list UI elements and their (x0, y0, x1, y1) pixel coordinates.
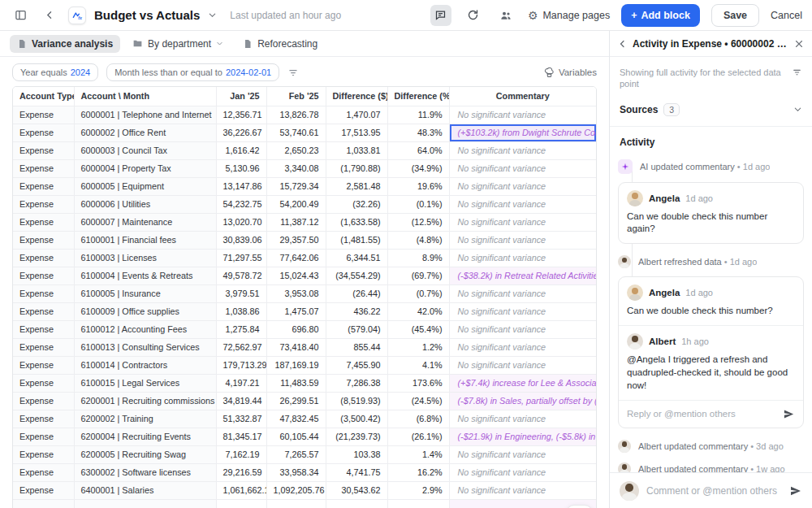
table-cell[interactable]: 696.80 (266, 320, 326, 338)
commentary-cell[interactable]: No significant variance (449, 445, 596, 463)
table-cell[interactable]: 6,344.51 (326, 249, 387, 267)
table-cell[interactable]: 6300002 | Software licenses (74, 463, 216, 481)
table-cell[interactable]: 6100012 | Accounting Fees (74, 320, 216, 338)
col-jan[interactable]: Jan '25 (216, 87, 266, 106)
table-cell[interactable] (13, 499, 74, 508)
table-cell[interactable]: 6100015 | Legal Services (74, 374, 216, 392)
table-cell[interactable]: 5,130.96 (216, 159, 266, 177)
table-cell[interactable]: 103.38 (326, 445, 387, 463)
table-cell[interactable]: 6200005 | Recruiting Swag (74, 445, 216, 463)
commentary-cell[interactable]: No significant variance (449, 231, 596, 249)
table-cell[interactable]: Expense (13, 428, 74, 445)
table-cell[interactable]: 1,061,662.14 (216, 481, 266, 499)
cancel-button[interactable]: Cancel (771, 10, 802, 21)
table-cell[interactable]: (34.9%) (387, 159, 449, 177)
commentary-cell[interactable]: (+$103.2k) from Dwight Schrute Commiss (449, 124, 596, 141)
table-cell[interactable]: 6100013 | Consulting Services (74, 338, 216, 356)
comment-send-button[interactable] (789, 484, 802, 497)
table-cell[interactable]: 48.3% (387, 124, 449, 141)
commentary-cell[interactable]: No significant variance (449, 320, 596, 338)
commentary-cell[interactable]: (-$21.9k) in Engineering, (-$5.8k) in Ma… (449, 428, 596, 445)
table-cell[interactable]: (8,519.93) (326, 392, 387, 410)
col-diff-pct[interactable]: Difference (%) (387, 87, 449, 106)
commentary-cell[interactable]: No significant variance (449, 356, 596, 374)
table-cell[interactable]: 1,092,205.76 (266, 481, 326, 499)
table-cell[interactable]: Expense (13, 356, 74, 374)
table-cell[interactable]: 187,169.19 (266, 356, 326, 374)
table-cell[interactable]: 29,357.50 (266, 231, 326, 249)
table-cell[interactable]: 6200004 | Recruiting Events (74, 428, 216, 445)
table-cell[interactable]: 49,578.72 (216, 267, 266, 284)
comments-button[interactable] (430, 5, 451, 26)
table-cell[interactable]: 71,297.55 (216, 249, 266, 267)
tab-variance-analysis[interactable]: Variance analysis (10, 35, 120, 53)
table-cell[interactable]: 1.4% (387, 445, 449, 463)
table-cell[interactable]: 1,038.86 (216, 302, 266, 320)
table-cell[interactable]: 7,286.38 (326, 374, 387, 392)
reply-input[interactable] (627, 409, 778, 419)
table-cell[interactable]: 13,826.78 (266, 106, 326, 124)
table-cell[interactable]: 72,562.97 (216, 338, 266, 356)
table-cell[interactable]: 4,741.75 (326, 463, 387, 481)
table-cell[interactable]: (12.5%) (387, 213, 449, 231)
commentary-cell[interactable]: No significant variance (449, 463, 596, 481)
table-cell[interactable]: 60,105.44 (266, 428, 326, 445)
table-cell[interactable]: 6100009 | Office supplies (74, 302, 216, 320)
activity-filter-icon[interactable] (792, 67, 802, 77)
table-cell[interactable]: 6100003 | Licenses (74, 249, 216, 267)
tab-by-department[interactable]: By department (125, 35, 231, 53)
table-cell[interactable]: (21,239.73) (326, 428, 387, 445)
commentary-cell[interactable]: No significant variance (449, 410, 596, 428)
table-cell[interactable]: (69.7%) (387, 267, 449, 284)
table-cell[interactable]: (6.8%) (387, 410, 449, 428)
back-button[interactable] (39, 5, 60, 26)
comment-input[interactable] (646, 485, 782, 497)
table-cell[interactable]: (45.4%) (387, 320, 449, 338)
table-cell[interactable]: 7,455.90 (326, 356, 387, 374)
commentary-cell[interactable]: No significant variance (449, 195, 596, 213)
table-cell[interactable]: 6000003 | Council Tax (74, 141, 216, 159)
table-cell[interactable]: 3,953.08 (266, 284, 326, 302)
table-cell[interactable]: 30,839.06 (216, 231, 266, 249)
filter-chip-year[interactable]: Year equals 2024 (12, 63, 98, 81)
table-cell[interactable]: (0.7%) (387, 284, 449, 302)
table-cell[interactable]: (579.04) (326, 320, 387, 338)
table-cell[interactable]: 1,470.07 (326, 106, 387, 124)
col-diff-usd[interactable]: Difference ($) (326, 87, 387, 106)
table-cell[interactable]: 73,418.40 (266, 338, 326, 356)
commentary-cell[interactable]: (-$38.2k) in Retreat Related Activities … (449, 267, 596, 284)
table-cell[interactable]: 3,979.51 (216, 284, 266, 302)
table-cell[interactable]: 54,232.75 (216, 195, 266, 213)
add-block-button[interactable]: + Add block (621, 4, 700, 27)
table-cell[interactable]: (26.1%) (387, 428, 449, 445)
table-cell[interactable]: Expense (13, 106, 74, 124)
col-commentary[interactable]: Commentary (449, 87, 596, 106)
table-cell[interactable]: Expense (13, 124, 74, 141)
table-cell[interactable]: 6000006 | Utilities (74, 195, 216, 213)
tab-reforecasting[interactable]: Reforecasting (235, 35, 325, 53)
commentary-cell[interactable]: (-$7.8k) in Sales, partially offset by (… (449, 392, 596, 410)
table-cell[interactable]: Expense (13, 177, 74, 195)
table-cell[interactable]: Expense (13, 141, 74, 159)
table-cell[interactable]: Expense (13, 445, 74, 463)
commentary-cell[interactable]: No significant variance (449, 284, 596, 302)
sources-expander[interactable]: Sources 3 (610, 93, 812, 127)
table-cell[interactable]: (4.8%) (387, 231, 449, 249)
table-cell[interactable]: 6200002 | Training (74, 410, 216, 428)
comment-thread-card[interactable]: Angela 1d ago Can we double check this n… (618, 276, 804, 428)
table-cell[interactable]: 81,345.17 (216, 428, 266, 445)
table-cell[interactable]: 7,162.19 (216, 445, 266, 463)
table-cell[interactable]: Expense (13, 195, 74, 213)
filter-chip-month[interactable]: Month less than or equal to 2024-02-01 (106, 63, 279, 81)
table-cell[interactable]: 13,147.86 (216, 177, 266, 195)
commentary-cell[interactable]: No significant variance (449, 177, 596, 195)
table-cell[interactable]: 6000007 | Maintenance (74, 213, 216, 231)
table-cell[interactable]: 6000001 | Telephone and Internet (74, 106, 216, 124)
table-cell[interactable]: 26,299.51 (266, 392, 326, 410)
table-cell[interactable]: 4,197.21 (216, 374, 266, 392)
table-cell[interactable]: Expense (13, 249, 74, 267)
table-cell[interactable]: 13,020.70 (216, 213, 266, 231)
commentary-cell[interactable]: No significant variance (449, 481, 596, 499)
table-cell[interactable]: Expense (13, 284, 74, 302)
commentary-cell[interactable]: No significant variance (449, 159, 596, 177)
